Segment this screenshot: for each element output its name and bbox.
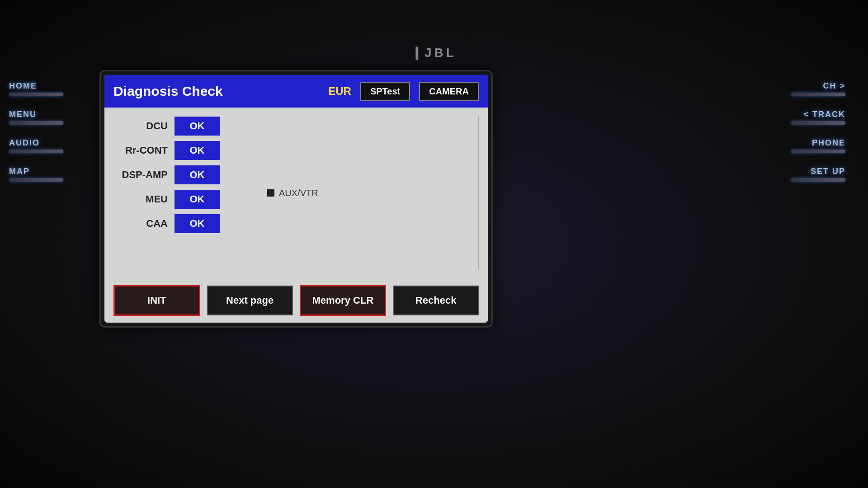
screen-title: Diagnosis Check (113, 84, 319, 99)
screen-body: DCU OK Rr-CONT OK DSP-AMP OK MEU OK CAA (104, 108, 488, 278)
screen-footer: INIT Next page Memory CLR Recheck (104, 278, 488, 323)
init-button[interactable]: INIT (113, 285, 200, 316)
phone-button[interactable]: PHONE (791, 138, 845, 153)
meu-label: MEU (113, 193, 168, 205)
screen-region: EUR (328, 85, 351, 98)
right-button-group: CH > < TRACK PHONE SET UP (791, 81, 845, 182)
dspamp-label: DSP-AMP (113, 169, 168, 181)
rrcont-label: Rr-CONT (113, 145, 168, 156)
setup-button-bar (791, 178, 845, 182)
map-button-bar (9, 178, 63, 182)
screen-header: Diagnosis Check EUR SPTest CAMERA (104, 75, 488, 108)
track-button[interactable]: < TRACK (791, 110, 845, 125)
dcu-status[interactable]: OK (175, 117, 220, 136)
left-button-group: HOME MENU AUDIO MAP (9, 81, 63, 182)
menu-button-bar (9, 121, 63, 125)
diag-row-meu: MEU OK (113, 190, 249, 209)
meu-status[interactable]: OK (175, 190, 220, 209)
aux-label: AUX/VTR (279, 188, 318, 198)
track-button-bar (791, 121, 845, 125)
ch-button-bar (791, 93, 845, 96)
map-button[interactable]: MAP (9, 167, 63, 182)
menu-button[interactable]: MENU (9, 110, 63, 125)
recheck-button[interactable]: Recheck (393, 286, 479, 315)
next-page-button[interactable]: Next page (207, 286, 293, 315)
right-section: AUX/VTR (258, 117, 479, 269)
dcu-label: DCU (113, 120, 168, 132)
aux-vtr-row: AUX/VTR (267, 188, 469, 198)
aux-indicator (267, 189, 274, 197)
screen-display: Diagnosis Check EUR SPTest CAMERA DCU OK… (104, 75, 488, 323)
caa-status[interactable]: OK (175, 214, 220, 233)
dspamp-status[interactable]: OK (175, 165, 220, 184)
audio-button[interactable]: AUDIO (9, 138, 63, 153)
setup-button[interactable]: SET UP (791, 167, 845, 182)
home-button[interactable]: HOME (9, 81, 63, 96)
camera-button[interactable]: CAMERA (419, 82, 479, 101)
diag-row-dspamp: DSP-AMP OK (113, 165, 249, 184)
sptest-button[interactable]: SPTest (360, 82, 410, 101)
home-button-bar (9, 93, 63, 96)
memory-clr-button[interactable]: Memory CLR (300, 285, 387, 316)
screen-bezel: Diagnosis Check EUR SPTest CAMERA DCU OK… (99, 70, 493, 328)
diag-row-dcu: DCU OK (113, 117, 249, 136)
caa-label: CAA (113, 218, 168, 230)
audio-button-bar (9, 150, 63, 153)
phone-button-bar (791, 150, 845, 153)
jbl-logo: ❙JBL (411, 45, 457, 60)
rrcont-status[interactable]: OK (175, 141, 220, 160)
ch-button[interactable]: CH > (791, 81, 845, 96)
diagnostics-section: DCU OK Rr-CONT OK DSP-AMP OK MEU OK CAA (113, 117, 258, 269)
diag-row-rrcont: Rr-CONT OK (113, 141, 249, 160)
diag-row-caa: CAA OK (113, 214, 249, 233)
